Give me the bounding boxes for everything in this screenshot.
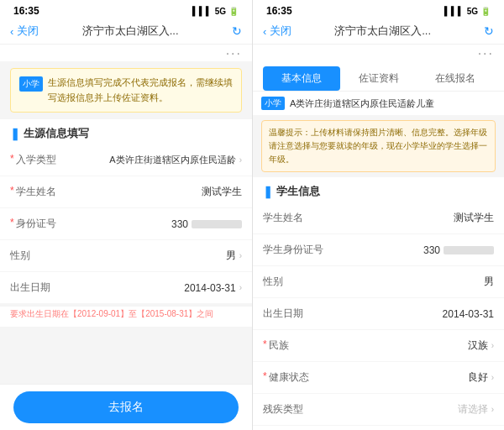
left-nav-bar: ‹ 关闭 济宁市太白湖区入... ↻ [0,20,252,45]
right-label-gender: 性别 [263,275,322,289]
section-icon: ❚ [10,127,20,140]
field-birth-date[interactable]: 出生日期 2014-03-31 › [0,272,252,303]
tab-evidence[interactable]: 佐证资料 [340,66,417,91]
student-form-card: 学生姓名 测试学生 学生身份证号 330 性别 男 [253,202,504,430]
submit-button[interactable]: 去报名 [13,391,239,423]
chevron-disability: › [491,405,494,414]
right-field-ethnicity[interactable]: *民族 汉族 › [253,330,504,362]
right-label-ethnicity: *民族 [263,338,322,353]
bottom-bar-left: 去报名 [0,384,252,430]
grade-tag: 小学 [261,97,285,110]
right-close-button[interactable]: 关闭 [270,24,291,39]
right-more-menu[interactable]: ··· [253,45,504,61]
right-field-vaccination[interactable]: *预防接种 是 › [253,426,504,430]
right-value-birth: 2014-03-31 [322,308,494,320]
refresh-icon[interactable]: ↻ [232,24,242,38]
chevron-ethnicity: › [491,341,494,350]
right-value-name: 测试学生 [322,211,494,225]
right-content: 小学 A类许庄街道辖区内原住民适龄儿童 温馨提示：上传材料请保持图片清晰、信息完… [253,92,504,430]
right-network-type: 5G [467,7,478,16]
right-field-id: 学生身份证号 330 [253,234,504,266]
right-label-disability: 残疾类型 [263,402,322,417]
section-header-source: ❚ 生源信息填写 [0,119,252,144]
required-mark: * [10,153,14,165]
value-birth-date: 2014-03-31 › [56,282,242,294]
right-field-birth: 出生日期 2014-03-31 [253,298,504,330]
student-section-title: 学生信息 [276,184,320,199]
right-label-birth: 出生日期 [263,307,322,321]
tab-bar: 基本信息 佐证资料 在线报名 [253,61,504,92]
tab-basic-info[interactable]: 基本信息 [263,66,340,91]
right-label-health: *健康状态 [263,370,322,385]
value-id-number: 330 [56,218,242,230]
signal-icon: ▍▍▍ [192,7,213,16]
right-status-icons: ▍▍▍ 5G 🔋 [444,7,491,16]
left-content: 小学 生源信息填写完成不代表完成报名，需继续填写选报信息并上传佐证资料。 ❚ 生… [0,61,252,430]
label-entry-type: * 入学类型 [10,153,56,167]
value-gender: 男 › [56,249,242,263]
right-phone: 16:35 ▍▍▍ 5G 🔋 ‹ 关闭 济宁市太白湖区入... ↻ ··· 基本… [252,0,504,430]
tab-online-registration[interactable]: 在线报名 [417,66,494,91]
grade-text: A类许庄街道辖区内原住民适龄儿童 [290,97,434,110]
back-icon[interactable]: ‹ [10,25,13,38]
student-section-icon: ❚ [263,185,273,198]
right-status-bar: 16:35 ▍▍▍ 5G 🔋 [253,0,504,20]
right-value-disability: 请选择 › [322,402,494,417]
label-birth-date: 出生日期 [10,281,56,295]
right-masked-id [444,246,494,254]
label-gender: 性别 [10,249,56,263]
left-status-icons: ▍▍▍ 5G 🔋 [192,7,239,16]
right-value-id: 330 [323,244,494,256]
right-nav-bar: ‹ 关闭 济宁市太白湖区入... ↻ [253,20,504,45]
left-time: 16:35 [13,5,39,17]
network-type: 5G [215,7,226,16]
field-id-number[interactable]: * 身份证号 330 [0,208,252,240]
info-warning-box: 温馨提示：上传材料请保持图片清晰、信息完整。选择年级请注意选择与您要就读的年级，… [261,120,496,172]
right-label-id: 学生身份证号 [263,243,323,257]
field-student-name[interactable]: * 学生姓名 测试学生 [0,176,252,208]
chevron-icon: › [239,155,242,165]
field-gender[interactable]: 性别 男 › [0,240,252,272]
right-label-name: 学生姓名 [263,211,322,225]
right-value-health: 良好 › [322,370,494,385]
battery-icon: 🔋 [228,7,239,16]
right-nav-actions: ↻ [484,24,494,38]
label-id-number: * 身份证号 [10,217,56,231]
chevron-gender: › [239,251,242,260]
close-button[interactable]: 关闭 [17,24,39,39]
right-refresh-icon[interactable]: ↻ [484,24,494,38]
more-menu[interactable]: ··· [0,45,252,61]
right-field-disability[interactable]: 残疾类型 请选择 › [253,394,504,426]
nav-actions: ↻ [232,24,242,38]
value-entry-type: A类许庄街道辖区内原住民适龄 › [56,154,242,166]
date-hint: 要求出生日期在【2012-09-01】至【2015-08-31】之间 [0,307,252,327]
right-value-gender: 男 [322,275,494,289]
left-phone: 16:35 ▍▍▍ 5G 🔋 ‹ 关闭 济宁市太白湖区入... ↻ ··· 小学… [0,0,252,430]
label-student-name: * 学生姓名 [10,185,56,199]
right-back-icon[interactable]: ‹ [263,25,266,38]
grade-tag: 小学 [19,76,43,92]
right-battery-icon: 🔋 [480,7,491,16]
right-value-ethnicity: 汉族 › [322,338,494,353]
warning-text: 生源信息填写完成不代表完成报名，需继续填写选报信息并上传佐证资料。 [48,76,233,105]
field-entry-type[interactable]: * 入学类型 A类许庄街道辖区内原住民适龄 › [0,144,252,176]
section-student-info: ❚ 学生信息 [253,177,504,202]
right-page-title: 济宁市太白湖区入... [298,24,467,39]
chevron-date: › [239,283,242,292]
value-student-name: 测试学生 [56,185,242,199]
form-card: * 入学类型 A类许庄街道辖区内原住民适龄 › * 学生姓名 测试学生 [0,144,252,303]
page-title: 济宁市太白湖区入... [45,24,215,39]
right-signal-icon: ▍▍▍ [444,7,465,16]
right-field-gender: 性别 男 [253,266,504,298]
left-status-bar: 16:35 ▍▍▍ 5G 🔋 [0,0,252,20]
chevron-health: › [491,373,494,382]
right-time: 16:35 [266,5,292,17]
section-title: 生源信息填写 [24,126,89,141]
right-field-health[interactable]: *健康状态 良好 › [253,362,504,394]
masked-id [192,220,242,228]
grade-info-row: 小学 A类许庄街道辖区内原住民适龄儿童 [253,92,504,115]
info-warning-text: 温馨提示：上传材料请保持图片清晰、信息完整。选择年级请注意选择与您要就读的年级，… [269,128,487,164]
warning-box: 小学 生源信息填写完成不代表完成报名，需继续填写选报信息并上传佐证资料。 [10,68,242,113]
right-field-name: 学生姓名 测试学生 [253,202,504,234]
